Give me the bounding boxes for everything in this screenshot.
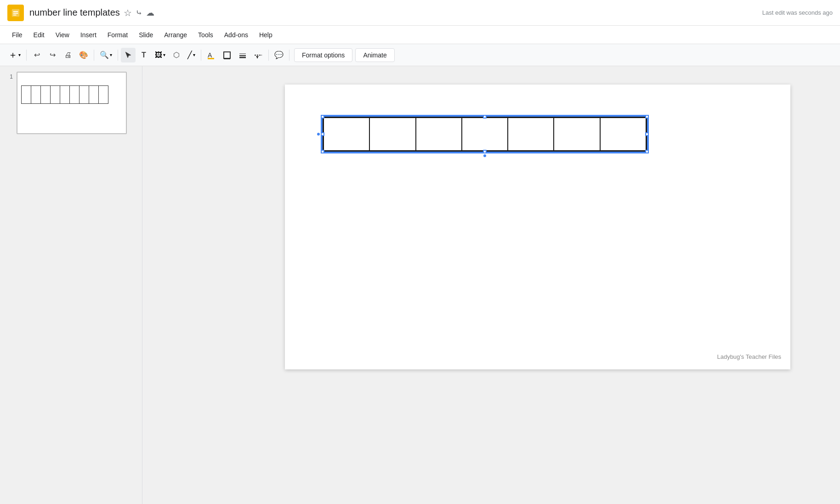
thumb-cell-5 [60, 86, 70, 103]
document-title[interactable]: number line templates [29, 7, 120, 18]
thumb-cell-6 [70, 86, 79, 103]
nl-cell-6[interactable] [554, 118, 600, 150]
main-area: 1 [0, 66, 840, 504]
shape-tool-button[interactable]: ⬡ [169, 48, 184, 62]
app-icon [7, 5, 24, 21]
left-context-dot[interactable] [317, 133, 320, 136]
line-tool-dropdown[interactable]: ╱ ▾ [185, 49, 198, 61]
menu-edit[interactable]: Edit [29, 28, 49, 41]
menu-addons[interactable]: Add-ons [220, 28, 253, 41]
svg-rect-2 [13, 13, 18, 14]
resize-handle-bottom-mid[interactable] [483, 150, 487, 153]
comment-icon: 💬 [274, 51, 284, 59]
menu-view[interactable]: View [51, 28, 74, 41]
zoom-icon: 🔍 [100, 51, 109, 59]
canvas-area: Ladybug's Teacher Files [142, 66, 840, 504]
thumb-cell-3 [41, 86, 51, 103]
image-tool-dropdown[interactable]: 🖼 ▾ [152, 49, 168, 61]
cloud-icon[interactable]: ☁ [146, 8, 154, 18]
resize-handle-mid-right[interactable] [645, 132, 649, 136]
toolbar-divider-6 [289, 50, 289, 61]
zoom-dropdown[interactable]: 🔍 ▾ [97, 49, 115, 61]
toolbar-divider-3 [118, 50, 118, 61]
toolbar-divider-4 [201, 50, 201, 61]
slide-thumb-number-line [21, 85, 108, 104]
slide-canvas[interactable]: Ladybug's Teacher Files [285, 85, 790, 369]
resize-handle-mid-left[interactable] [321, 132, 324, 136]
toolbar-divider-1 [26, 50, 27, 61]
add-dropdown-arrow: ▾ [18, 52, 21, 57]
print-button[interactable]: 🖨 [61, 48, 75, 62]
fill-color-button[interactable]: A [204, 48, 219, 62]
border-weight-button[interactable] [235, 48, 250, 62]
menu-tools[interactable]: Tools [193, 28, 218, 41]
bottom-context-dot[interactable] [483, 154, 486, 157]
slide-number: 1 [4, 72, 13, 80]
nl-cell-2[interactable] [370, 118, 416, 150]
star-icon[interactable]: ☆ [124, 7, 132, 18]
resize-handle-top-right[interactable] [645, 115, 649, 119]
zoom-dropdown-arrow: ▾ [110, 52, 112, 57]
undo-button[interactable]: ↩ [29, 48, 44, 62]
number-line-container[interactable] [322, 116, 648, 153]
text-tool-button[interactable]: T [136, 48, 151, 62]
select-tool-button[interactable] [121, 48, 136, 62]
toolbar-divider-5 [268, 50, 269, 61]
svg-rect-3 [13, 14, 17, 15]
line-dropdown-arrow: ▾ [193, 52, 195, 57]
image-dropdown-arrow: ▾ [163, 52, 165, 57]
animate-button[interactable]: Animate [355, 48, 394, 62]
toolbar-divider-2 [94, 50, 94, 61]
redo-button[interactable]: ↪ [45, 48, 60, 62]
slide-thumbnail-wrapper: 1 [4, 72, 138, 134]
menu-format[interactable]: Format [103, 28, 132, 41]
resize-handle-top-mid[interactable] [483, 115, 487, 119]
resize-handle-bottom-right[interactable] [645, 150, 649, 153]
menu-help[interactable]: Help [255, 28, 277, 41]
border-color-icon [222, 51, 232, 60]
svg-rect-1 [13, 11, 18, 12]
svg-rect-5 [208, 58, 214, 59]
nl-cell-3[interactable] [416, 118, 462, 150]
nl-cell-7[interactable] [601, 118, 646, 150]
menu-file[interactable]: File [7, 28, 27, 41]
title-bar: number line templates ☆ ⤷ ☁ Last edit wa… [0, 0, 840, 26]
svg-text:A: A [208, 51, 212, 59]
border-color-button[interactable] [220, 48, 234, 62]
format-options-button[interactable]: Format options [294, 48, 352, 62]
svg-marker-13 [256, 56, 259, 58]
nl-cell-4[interactable] [462, 118, 508, 150]
menu-arrange[interactable]: Arrange [159, 28, 192, 41]
slide-thumbnail[interactable] [17, 72, 127, 134]
svg-rect-7 [224, 58, 230, 59]
resize-handle-top-left[interactable] [321, 115, 324, 119]
thumb-cell-7 [79, 86, 89, 103]
image-icon: 🖼 [155, 51, 162, 59]
thumb-cell-8 [89, 86, 99, 103]
line-icon: ╱ [187, 51, 192, 59]
text-tool-icon: T [142, 51, 146, 59]
border-dash-icon [254, 51, 263, 60]
border-dash-button[interactable] [251, 48, 266, 62]
thumb-cell-1 [22, 86, 31, 103]
paint-format-button[interactable]: 🎨 [76, 48, 91, 62]
nl-cell-5[interactable] [508, 118, 554, 150]
cursor-icon [124, 51, 132, 59]
toolbar: ＋ ▾ ↩ ↪ 🖨 🎨 🔍 ▾ T 🖼 ▾ ⬡ ╱ ▾ [0, 44, 840, 66]
slide-panel: 1 [0, 66, 142, 504]
add-button[interactable]: ＋ ▾ [6, 47, 23, 63]
last-edit-status: Last edit was seconds ago [762, 9, 833, 16]
menu-slide[interactable]: Slide [134, 28, 158, 41]
menu-bar: File Edit View Insert Format Slide Arran… [0, 26, 840, 44]
border-weight-icon [238, 51, 247, 60]
nl-cell-1[interactable] [324, 118, 370, 150]
menu-insert[interactable]: Insert [76, 28, 101, 41]
fill-color-icon: A [207, 51, 216, 60]
number-line-table[interactable] [323, 117, 647, 152]
thumb-cell-4 [51, 86, 60, 103]
folder-icon[interactable]: ⤷ [136, 8, 142, 18]
resize-handle-bottom-left[interactable] [321, 150, 324, 153]
insert-comment-button[interactable]: 💬 [272, 48, 286, 62]
plus-icon: ＋ [8, 49, 17, 61]
svg-rect-6 [224, 52, 230, 58]
